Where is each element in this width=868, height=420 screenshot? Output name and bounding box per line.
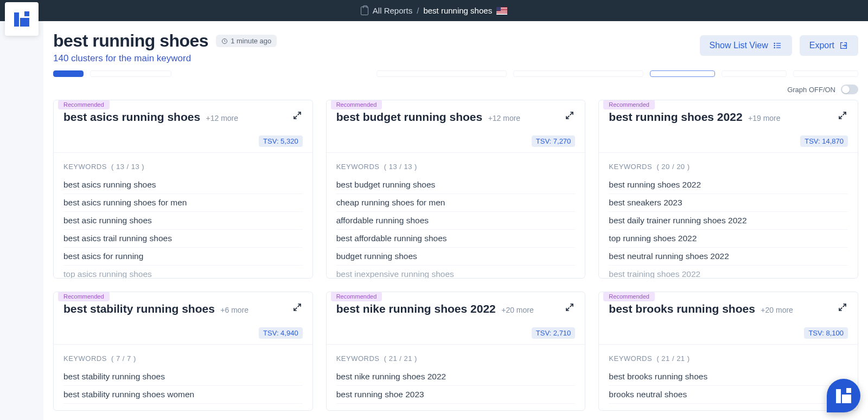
cluster-title-wrap: best asics running shoes +12 more bbox=[63, 110, 238, 124]
expand-icon[interactable] bbox=[564, 302, 575, 315]
tsv-badge: TSV: 8,100 bbox=[804, 327, 848, 339]
keywords-header: KEYWORDS ( 13 / 13 ) bbox=[54, 153, 312, 176]
keyword-item[interactable]: best asics running shoes for men bbox=[63, 194, 303, 212]
filter-chip[interactable] bbox=[90, 70, 171, 77]
cluster-title-wrap: best nike running shoes 2022 +20 more bbox=[336, 302, 534, 315]
keyword-item[interactable]: best budget running shoes bbox=[336, 176, 576, 194]
left-gutter bbox=[0, 21, 43, 420]
show-list-view-button[interactable]: Show List View bbox=[700, 35, 792, 56]
keyword-item[interactable]: best asics for running bbox=[63, 248, 303, 266]
tsv-badge: TSV: 14,870 bbox=[800, 135, 848, 147]
export-button[interactable]: Export bbox=[800, 35, 858, 56]
filter-chip-active[interactable] bbox=[53, 70, 84, 77]
keyword-item[interactable]: best asics trail running shoes bbox=[63, 230, 303, 248]
cluster-title[interactable]: best stability running shoes bbox=[63, 302, 215, 315]
keyword-list: best running shoes 2022best sneakers 202… bbox=[599, 176, 858, 279]
more-count[interactable]: +20 more bbox=[761, 306, 793, 314]
cluster-card: Recommended best running shoes 2022 +19 … bbox=[598, 100, 858, 279]
tsv-badge: TSV: 2,710 bbox=[532, 327, 576, 339]
expand-icon[interactable] bbox=[292, 110, 303, 123]
help-fab[interactable] bbox=[827, 379, 860, 412]
timestamp-pill: 1 minute ago bbox=[216, 35, 277, 47]
recommended-badge: Recommended bbox=[603, 100, 655, 109]
keyword-item[interactable]: best asic running shoes bbox=[63, 212, 303, 230]
timestamp-text: 1 minute ago bbox=[231, 37, 271, 45]
cluster-card: Recommended best stability running shoes… bbox=[53, 292, 313, 411]
page-title: best running shoes bbox=[53, 31, 208, 51]
cluster-title-wrap: best stability running shoes +6 more bbox=[63, 302, 248, 315]
breadcrumb-current: best running shoes bbox=[423, 6, 492, 15]
breadcrumb-root[interactable]: All Reports bbox=[373, 6, 412, 15]
keyword-item[interactable]: best affordable running shoes bbox=[336, 230, 576, 248]
keyword-item[interactable]: best stability running shoes women bbox=[63, 386, 303, 404]
more-count[interactable]: +12 more bbox=[206, 114, 239, 122]
more-count[interactable]: +20 more bbox=[501, 306, 534, 314]
keyword-list: best budget running shoescheap running s… bbox=[327, 176, 585, 279]
more-count[interactable]: +19 more bbox=[748, 114, 781, 122]
clock-icon bbox=[221, 38, 228, 44]
keyword-list: best nike running shoes 2022best running… bbox=[327, 368, 585, 404]
expand-icon[interactable] bbox=[564, 110, 575, 123]
cluster-title-wrap: best brooks running shoes +20 more bbox=[609, 302, 793, 315]
keyword-item[interactable]: top asics running shoes bbox=[63, 266, 303, 279]
keyword-item[interactable]: top running shoes 2022 bbox=[609, 230, 848, 248]
filter-chip[interactable] bbox=[513, 70, 643, 77]
keyword-list: best brooks running shoesbrooks neutral … bbox=[599, 368, 858, 404]
cluster-title[interactable]: best asics running shoes bbox=[63, 111, 200, 123]
keyword-item[interactable]: cheap running shoes for men bbox=[336, 194, 576, 212]
graph-toggle[interactable] bbox=[841, 85, 858, 94]
keyword-item[interactable]: best running shoes 2022 bbox=[609, 176, 848, 194]
cluster-card: Recommended best brooks running shoes +2… bbox=[598, 292, 858, 411]
keyword-item[interactable]: best running shoe 2023 bbox=[336, 386, 576, 404]
cluster-title-wrap: best running shoes 2022 +19 more bbox=[609, 110, 780, 124]
keyword-item[interactable]: best inexpensive running shoes bbox=[336, 266, 576, 279]
filter-chip[interactable] bbox=[722, 70, 787, 77]
more-count[interactable]: +6 more bbox=[220, 306, 248, 314]
breadcrumb-separator: / bbox=[417, 6, 419, 15]
expand-icon[interactable] bbox=[837, 302, 848, 315]
keywords-header: KEYWORDS ( 13 / 13 ) bbox=[327, 153, 585, 176]
tsv-badge: TSV: 4,940 bbox=[259, 327, 303, 339]
svg-point-4 bbox=[774, 43, 775, 43]
filter-chip[interactable] bbox=[793, 70, 858, 77]
list-icon bbox=[773, 41, 782, 50]
filter-bar bbox=[53, 70, 858, 79]
keyword-item[interactable]: best nike running shoes 2022 bbox=[336, 368, 576, 386]
cluster-title[interactable]: best brooks running shoes bbox=[609, 302, 755, 315]
tsv-badge: TSV: 7,270 bbox=[532, 135, 576, 147]
page-body: best running shoes 1 minute ago 140 clus… bbox=[43, 21, 868, 420]
keyword-item[interactable]: brooks neutral shoes bbox=[609, 386, 848, 404]
keyword-list: best asics running shoesbest asics runni… bbox=[54, 176, 312, 279]
keyword-item[interactable]: best stability running shoes bbox=[63, 368, 303, 386]
keyword-item[interactable]: budget running shoes bbox=[336, 248, 576, 266]
cluster-title[interactable]: best nike running shoes 2022 bbox=[336, 302, 496, 315]
keyword-item[interactable]: best training shoes 2022 bbox=[609, 266, 848, 279]
keyword-item[interactable]: affordable running shoes bbox=[336, 212, 576, 230]
cluster-card: Recommended best nike running shoes 2022… bbox=[326, 292, 586, 411]
recommended-badge: Recommended bbox=[331, 100, 382, 109]
keywords-header: KEYWORDS ( 21 / 21 ) bbox=[599, 345, 858, 368]
keyword-item[interactable]: best daily trainer running shoes 2022 bbox=[609, 212, 848, 230]
page-subtitle: 140 clusters for the main keyword bbox=[53, 53, 277, 64]
more-count[interactable]: +12 more bbox=[488, 114, 521, 122]
cluster-title[interactable]: best budget running shoes bbox=[336, 111, 483, 123]
app-logo[interactable] bbox=[5, 2, 39, 36]
keyword-item[interactable]: best brooks running shoes bbox=[609, 368, 848, 386]
keyword-item[interactable]: best sneakers 2023 bbox=[609, 194, 848, 212]
cluster-title[interactable]: best running shoes 2022 bbox=[609, 111, 742, 123]
recommended-badge: Recommended bbox=[58, 292, 110, 301]
recommended-badge: Recommended bbox=[603, 292, 655, 301]
expand-icon[interactable] bbox=[292, 302, 303, 315]
keywords-header: KEYWORDS ( 7 / 7 ) bbox=[54, 345, 312, 368]
keyword-item[interactable]: best neutral running shoes 2022 bbox=[609, 248, 848, 266]
keyword-item[interactable]: best asics running shoes bbox=[63, 176, 303, 194]
cluster-card: Recommended best asics running shoes +12… bbox=[53, 100, 313, 279]
keywords-header: KEYWORDS ( 20 / 20 ) bbox=[599, 153, 858, 176]
filter-chip[interactable] bbox=[376, 70, 507, 77]
cluster-title-wrap: best budget running shoes +12 more bbox=[336, 110, 521, 124]
recommended-badge: Recommended bbox=[58, 100, 110, 109]
keyword-list: best stability running shoesbest stabili… bbox=[54, 368, 312, 404]
expand-icon[interactable] bbox=[837, 110, 848, 123]
filter-chip-outline[interactable] bbox=[650, 70, 715, 77]
tsv-badge: TSV: 5,320 bbox=[259, 135, 303, 147]
